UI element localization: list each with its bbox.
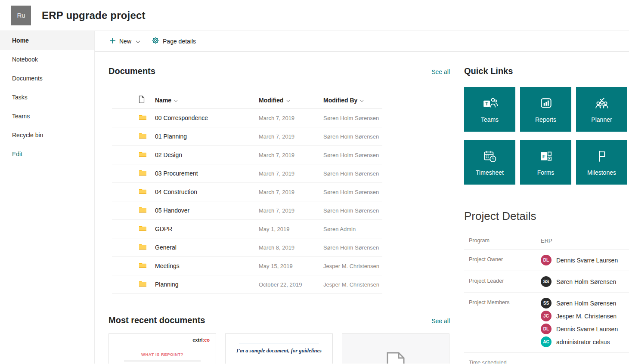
folder-name[interactable]: 03 Procurement — [155, 170, 198, 177]
avatar: SS — [541, 298, 552, 308]
documents-see-all-link[interactable]: See all — [431, 68, 450, 75]
modified-date: March 7, 2019 — [259, 152, 294, 158]
folder-icon — [139, 207, 147, 214]
modified-date: March 7, 2019 — [259, 133, 294, 140]
avatar: DL — [541, 255, 552, 265]
modified-by: Jesper M. Christensen — [323, 281, 379, 288]
folder-name[interactable]: 00 Correspondence — [155, 114, 208, 121]
quick-link-reports[interactable]: Reports — [520, 87, 571, 132]
folder-icon — [139, 170, 147, 177]
table-row[interactable]: 00 CorrespondenceMarch 7, 2019Søren Holm… — [112, 109, 382, 127]
folder-icon — [139, 114, 147, 122]
recent-documents-see-all-link[interactable]: See all — [431, 318, 450, 324]
site-logo[interactable]: Ru — [11, 6, 31, 25]
persona[interactable]: AC administrator celsus — [541, 336, 618, 347]
modified-by: Søren Holm Sørensen — [323, 244, 379, 251]
sidebar-item-tasks[interactable]: Tasks — [0, 88, 94, 107]
folder-icon — [139, 244, 147, 251]
table-row[interactable]: 01 PlanningMarch 7, 2019Søren Holm Søren… — [112, 127, 382, 146]
folder-icon — [139, 262, 147, 270]
new-button[interactable]: New — [109, 37, 140, 45]
persona[interactable]: SS Søren Holm Sørensen — [541, 276, 616, 287]
avatar: DL — [541, 324, 552, 334]
column-header-name[interactable]: Name — [155, 97, 259, 104]
modified-by: Søren Holm Sørensen — [323, 152, 379, 158]
chevron-down-icon — [360, 97, 364, 104]
field-label: Time scheduled — [469, 358, 541, 364]
folder-name[interactable]: 05 Handover — [155, 207, 189, 214]
folder-name[interactable]: 02 Design — [155, 151, 182, 158]
avatar: AC — [541, 336, 552, 347]
table-row[interactable]: 05 HandoverMarch 7, 2019Søren Holm Søren… — [112, 201, 382, 220]
folder-name[interactable]: Meetings — [155, 262, 180, 269]
sidebar-item-notebook[interactable]: Notebook — [0, 50, 94, 69]
sidebar-item-teams[interactable]: Teams — [0, 107, 94, 126]
project-details-title: Project Details — [464, 210, 629, 223]
modified-by: Søren Holm Sørensen — [323, 133, 379, 140]
modified-date: March 8, 2019 — [259, 244, 294, 251]
command-bar: New — [95, 31, 629, 52]
folder-icon — [139, 133, 147, 140]
timesheet-icon — [482, 148, 498, 164]
quick-links-title: Quick Links — [464, 66, 629, 76]
table-row[interactable]: GDPRMay 1, 2019Søren Admin — [112, 220, 382, 238]
quick-link-teams[interactable]: T Teams — [464, 87, 515, 132]
persona[interactable]: DL Dennis Svarre Laursen — [541, 255, 618, 265]
table-row[interactable]: 02 DesignMarch 7, 2019Søren Holm Sørense… — [112, 146, 382, 164]
quick-link-forms[interactable]: F Forms — [520, 140, 571, 185]
sidebar-item-home[interactable]: Home — [0, 31, 94, 50]
quick-link-planner[interactable]: Planner — [576, 87, 627, 132]
plus-icon — [109, 37, 116, 45]
table-row[interactable]: PlanningOctober 22, 2019Jesper M. Christ… — [112, 275, 382, 294]
folder-name[interactable]: Planning — [155, 281, 179, 288]
documents-webpart: Documents See all Name — [108, 66, 450, 294]
forms-icon: F — [538, 148, 554, 164]
field-label: Project Members — [469, 298, 541, 305]
documents-title: Documents — [108, 66, 155, 76]
sidebar-item-recycle-bin[interactable]: Recycle bin — [0, 126, 94, 145]
detail-row-time-scheduled: Time scheduled — [464, 353, 629, 364]
document-card-sample[interactable]: I'm a sample document, for guidelines — [225, 333, 333, 364]
persona[interactable]: DL Dennis Svarre Laursen — [541, 324, 618, 334]
table-row[interactable]: 03 ProcurementMarch 7, 2019Søren Holm Sø… — [112, 164, 382, 183]
detail-row-project-leader: Project Leader SS Søren Holm Sørensen — [464, 271, 629, 293]
teams-icon: T — [482, 96, 498, 111]
folder-name[interactable]: 01 Planning — [155, 133, 187, 140]
field-label: Project Leader — [469, 276, 541, 284]
document-card-generic[interactable] — [342, 333, 449, 364]
recent-documents-webpart: Most recent documents See all extri:co W… — [108, 315, 450, 364]
card-heading: WHAT IS REPOINT? — [109, 352, 216, 357]
site-header: Ru ERP upgrade project — [0, 0, 629, 31]
file-type-icon[interactable] — [139, 96, 145, 105]
modified-date: October 22, 2019 — [259, 281, 302, 288]
extrico-logo: extri:co — [192, 337, 210, 342]
documents-table-header: Name Modified Modified By — [112, 92, 382, 109]
document-card-repoint[interactable]: extri:co WHAT IS REPOINT? — [108, 333, 216, 364]
persona[interactable]: SS Søren Holm Sørensen — [541, 298, 618, 308]
card-body-text-line — [124, 361, 201, 361]
column-header-modified-by[interactable]: Modified By — [323, 97, 382, 104]
sidebar-item-edit[interactable]: Edit — [0, 145, 94, 163]
chevron-down-icon — [174, 97, 178, 104]
page-details-button[interactable]: Page details — [152, 37, 196, 46]
quick-link-timesheet[interactable]: Timesheet — [464, 140, 515, 185]
table-row[interactable]: GeneralMarch 8, 2019Søren Holm Sørensen — [112, 238, 382, 257]
modified-by: Søren Holm Sørensen — [323, 115, 379, 121]
quick-link-milestones[interactable]: Milestones — [576, 140, 627, 185]
project-details-webpart: Project Details Program ERP Project Owne… — [464, 210, 629, 364]
field-value: ERP — [541, 236, 552, 244]
modified-date: May 1, 2019 — [259, 226, 290, 232]
persona[interactable]: JC Jesper M. Christensen — [541, 311, 618, 321]
modified-date: March 7, 2019 — [259, 170, 294, 177]
column-header-modified[interactable]: Modified — [259, 97, 323, 104]
table-row[interactable]: 04 ConstructionMarch 7, 2019Søren Holm S… — [112, 183, 382, 201]
folder-name[interactable]: General — [155, 244, 177, 251]
folder-name[interactable]: GDPR — [155, 225, 172, 232]
folder-name[interactable]: 04 Construction — [155, 188, 197, 195]
table-row[interactable]: MeetingsMay 15, 2019Jesper M. Christense… — [112, 257, 382, 275]
modified-by: Jesper M. Christensen — [323, 263, 379, 269]
sidebar-item-documents[interactable]: Documents — [0, 69, 94, 88]
modified-date: March 7, 2019 — [259, 115, 294, 121]
folder-icon — [139, 225, 147, 233]
field-label: Program — [469, 236, 541, 244]
